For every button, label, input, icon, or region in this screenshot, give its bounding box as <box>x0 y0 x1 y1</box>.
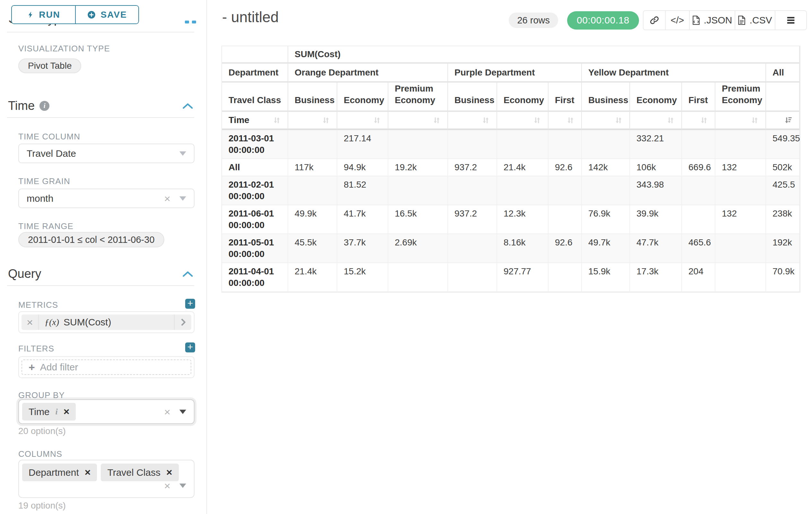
divider <box>7 117 194 118</box>
sort-header-time[interactable]: Time <box>222 112 288 130</box>
time-grain-value: month <box>27 193 53 204</box>
pivot-cell: 16.5k <box>388 205 448 234</box>
sort-header[interactable] <box>582 112 630 130</box>
time-column-value: Travel Date <box>27 148 76 159</box>
pivot-cell <box>682 177 716 205</box>
clear-icon[interactable]: × <box>164 193 170 204</box>
add-filter-plus-button[interactable]: + <box>185 343 195 352</box>
chevron-up-icon[interactable] <box>183 271 193 277</box>
clear-icon[interactable]: × <box>164 406 170 417</box>
sort-header[interactable] <box>549 112 582 130</box>
columns-tag[interactable]: Travel Class × <box>101 464 178 481</box>
pivot-cell <box>549 130 582 159</box>
remove-tag-icon[interactable]: × <box>63 406 70 417</box>
export-csv-label: .CSV <box>749 15 772 26</box>
sort-header[interactable] <box>682 112 716 130</box>
pivot-cell: 132 <box>716 205 766 234</box>
columns-tag[interactable]: Department × <box>22 464 97 481</box>
time-range-pill[interactable]: 2011-01-01 ≤ col < 2011-06-30 <box>18 232 164 247</box>
info-icon[interactable]: i <box>56 407 58 417</box>
group-by-select[interactable]: Time i × × <box>18 399 195 424</box>
pivot-row-label: 2011-04-01 00:00:00 <box>222 263 288 292</box>
pivot-cell: 332.21 <box>630 130 682 159</box>
group-by-tag-label: Time <box>29 406 50 417</box>
chevron-right-icon[interactable] <box>174 315 191 330</box>
pivot-cell: 2.69k <box>388 234 448 263</box>
visualization-type-pill[interactable]: Pivot Table <box>18 58 81 73</box>
time-section-header[interactable]: Time i <box>8 99 50 113</box>
pivot-subcol-header: Premium Economy <box>716 83 766 112</box>
columns-options-count: 19 option(s) <box>18 501 66 511</box>
chart-title[interactable]: - untitled <box>222 8 279 26</box>
pivot-subcol-header: Economy <box>337 83 388 112</box>
add-filter-button[interactable]: + Add filter <box>22 359 191 375</box>
group-by-tag[interactable]: Time i × <box>22 403 76 421</box>
caret-down-icon[interactable] <box>179 410 186 414</box>
embed-code-button[interactable]: </> <box>665 11 689 30</box>
chart-panel: - untitled 26 rows 00:00:00.18 </> .JSON <box>208 0 812 514</box>
columns-tag-label: Department <box>29 467 79 478</box>
remove-tag-icon[interactable]: × <box>85 466 91 478</box>
export-button-group: </> .JSON .CSV <box>643 10 807 30</box>
query-duration-badge: 00:00:00.18 <box>567 11 639 30</box>
sort-header[interactable] <box>630 112 682 130</box>
metric-pill[interactable]: × ƒ(x) SUM(Cost) <box>22 315 191 330</box>
pivot-cell: 15.9k <box>582 263 630 292</box>
export-csv-button[interactable]: .CSV <box>735 11 775 30</box>
divider <box>7 285 194 286</box>
info-icon[interactable]: i <box>39 101 50 111</box>
remove-tag-icon[interactable]: × <box>166 466 172 478</box>
pivot-cell <box>549 177 582 205</box>
pivot-cell <box>388 130 448 159</box>
caret-down-icon[interactable] <box>179 151 186 156</box>
chevron-up-icon[interactable] <box>183 103 193 109</box>
caret-down-icon[interactable] <box>179 196 186 201</box>
lightning-bolt-icon <box>27 10 34 20</box>
visualization-type-label: VISUALIZATION TYPE <box>18 44 110 54</box>
pivot-cell <box>448 130 497 159</box>
sort-header[interactable] <box>716 112 766 130</box>
pivot-cell: 39.9k <box>630 205 682 234</box>
clipped-icon <box>192 21 196 23</box>
pivot-cell <box>716 263 766 292</box>
query-section-header[interactable]: Query <box>8 267 41 281</box>
pivot-cell <box>549 205 582 234</box>
sort-header[interactable] <box>337 112 388 130</box>
pivot-cell <box>448 177 497 205</box>
run-button[interactable]: RUN <box>12 6 75 23</box>
pivot-cell: 502k <box>766 159 800 177</box>
remove-metric-icon[interactable]: × <box>22 315 39 330</box>
group-by-options-count: 20 option(s) <box>18 426 66 436</box>
pivot-cell: 106k <box>630 159 682 177</box>
pivot-group-header: All <box>766 63 800 83</box>
sort-header[interactable] <box>766 112 800 130</box>
pivot-cell: 41.7k <box>337 205 388 234</box>
pivot-subcol-header: Premium Economy <box>388 83 448 112</box>
time-grain-select[interactable]: month × <box>18 189 195 208</box>
caret-down-icon[interactable] <box>179 484 186 488</box>
sort-header[interactable] <box>388 112 448 130</box>
fx-icon: ƒ(x) <box>45 317 59 327</box>
pivot-cell: 92.6 <box>549 234 582 263</box>
add-metric-button[interactable]: + <box>185 299 195 309</box>
pivot-cell: 204 <box>682 263 716 292</box>
columns-select[interactable]: Department × Travel Class × × <box>18 460 195 498</box>
more-options-button[interactable] <box>775 11 806 30</box>
clear-icon[interactable]: × <box>164 480 170 491</box>
share-link-button[interactable] <box>643 11 665 30</box>
pivot-cell: 132 <box>716 159 766 177</box>
sort-arrows-icon <box>566 116 575 125</box>
export-json-button[interactable]: .JSON <box>689 11 735 30</box>
sort-header[interactable] <box>448 112 497 130</box>
pivot-cell: 937.2 <box>448 205 497 234</box>
pivot-cell <box>682 205 716 234</box>
sort-header[interactable] <box>288 112 337 130</box>
save-button[interactable]: SAVE <box>75 6 138 23</box>
pivot-cell <box>497 130 549 159</box>
pivot-cell: 94.9k <box>337 159 388 177</box>
export-json-label: .JSON <box>704 15 732 26</box>
sort-header[interactable] <box>497 112 549 130</box>
pivot-subcol-header: First <box>682 83 716 112</box>
pivot-row-label: 2011-06-01 00:00:00 <box>222 205 288 234</box>
time-column-select[interactable]: Travel Date <box>18 143 195 163</box>
